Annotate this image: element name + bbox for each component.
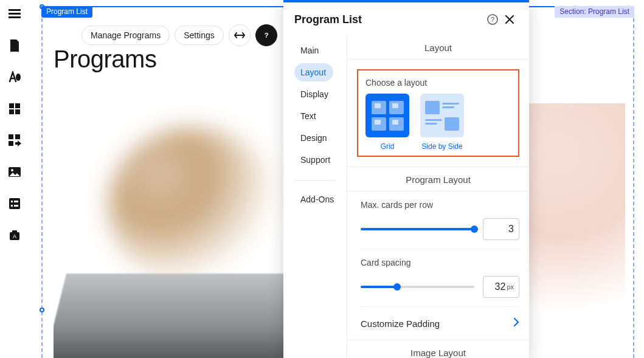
panel-nav: Main Layout Display Text Design Support …: [283, 35, 347, 358]
stretch-button[interactable]: [229, 24, 251, 46]
svg-rect-1: [9, 13, 21, 15]
max-cards-value[interactable]: 3: [483, 218, 519, 240]
svg-text:A: A: [13, 233, 16, 239]
nav-divider: [294, 180, 336, 181]
max-cards-slider[interactable]: [361, 228, 474, 230]
section-tag-left[interactable]: Program List: [41, 6, 92, 18]
svg-text:?: ?: [491, 16, 494, 23]
card-spacing-value[interactable]: 32px: [483, 276, 519, 298]
page-heading: Programs: [54, 46, 156, 73]
panel-content: Layout Choose a layout Grid: [347, 35, 529, 358]
svg-rect-2: [9, 16, 21, 18]
customize-padding-row[interactable]: Customize Padding: [361, 306, 519, 340]
svg-rect-6: [15, 109, 20, 114]
svg-point-11: [11, 169, 13, 171]
section-program-layout-heading: Program Layout: [347, 167, 529, 191]
resize-handle[interactable]: [40, 308, 44, 312]
panel-close-icon[interactable]: [501, 11, 518, 28]
action-pills: Manage Programs Settings ?: [81, 24, 277, 46]
max-cards-row: Max. cards per row 3: [347, 191, 529, 249]
plugin-icon[interactable]: [8, 134, 21, 147]
svg-rect-13: [11, 201, 13, 202]
section-icon[interactable]: [8, 7, 21, 21]
help-button[interactable]: ?: [255, 24, 277, 46]
choose-layout-label: Choose a layout: [365, 78, 511, 88]
text-style-icon[interactable]: [8, 71, 21, 84]
manage-programs-button[interactable]: Manage Programs: [81, 26, 170, 45]
nav-design[interactable]: Design: [294, 129, 334, 147]
image-icon[interactable]: [8, 165, 21, 179]
grid-icon[interactable]: [8, 102, 21, 115]
choose-layout-block: Choose a layout Grid Side by Side: [357, 69, 519, 157]
nav-support[interactable]: Support: [294, 151, 338, 169]
svg-rect-7: [9, 134, 13, 139]
max-cards-label: Max. cards per row: [361, 200, 519, 210]
svg-rect-14: [14, 201, 18, 202]
card-spacing-label: Card spacing: [361, 258, 519, 267]
nav-text[interactable]: Text: [294, 107, 324, 125]
svg-rect-3: [9, 103, 14, 108]
layout-option-label: Grid: [381, 142, 395, 151]
chevron-right-icon: [513, 318, 519, 329]
nav-addons[interactable]: Add-Ons: [294, 190, 341, 208]
layout-option-grid[interactable]: Grid: [365, 94, 409, 151]
svg-rect-12: [9, 198, 20, 209]
settings-panel: Program List ? Main Layout Display Text …: [283, 0, 529, 358]
page-icon[interactable]: [8, 39, 21, 52]
card-spacing-row: Card spacing 32px: [361, 249, 519, 306]
svg-rect-0: [9, 9, 21, 11]
data-table-icon[interactable]: [8, 197, 21, 210]
svg-rect-4: [15, 103, 20, 108]
panel-header: Program List ?: [283, 2, 529, 35]
svg-rect-18: [12, 230, 17, 233]
app-icon[interactable]: A: [8, 229, 21, 242]
svg-rect-16: [14, 205, 18, 207]
layout-side-icon: [420, 94, 464, 137]
settings-button[interactable]: Settings: [175, 26, 224, 45]
card-spacing-slider[interactable]: [361, 286, 474, 288]
nav-layout[interactable]: Layout: [294, 63, 333, 81]
customize-padding-label: Customize Padding: [361, 318, 513, 329]
panel-help-icon[interactable]: ?: [484, 11, 501, 28]
svg-text:?: ?: [264, 32, 268, 39]
svg-rect-15: [11, 205, 13, 207]
section-image-layout-heading: Image Layout: [347, 340, 529, 358]
nav-display[interactable]: Display: [294, 85, 336, 103]
svg-rect-5: [9, 109, 14, 114]
layout-option-side[interactable]: Side by Side: [420, 94, 464, 151]
layout-option-label: Side by Side: [421, 142, 462, 151]
left-icon-rail: A: [0, 0, 29, 358]
svg-rect-9: [9, 141, 13, 146]
section-layout-heading: Layout: [347, 35, 529, 60]
panel-title: Program List: [294, 13, 484, 26]
nav-main[interactable]: Main: [294, 41, 326, 60]
layout-grid-icon: [365, 94, 409, 137]
svg-rect-8: [15, 134, 20, 139]
section-tag-right[interactable]: Section: Program List: [555, 6, 634, 18]
